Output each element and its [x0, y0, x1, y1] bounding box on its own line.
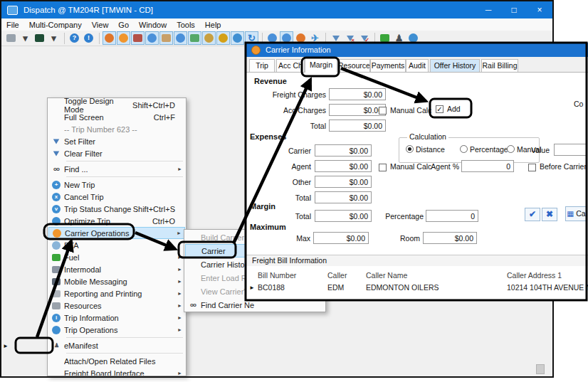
screen-icon[interactable] [33, 31, 46, 45]
menu-item-label: Resources [64, 302, 185, 310]
menu-separator [66, 161, 183, 161]
menu-item-eta[interactable]: ETA [48, 239, 185, 251]
menu-item-attach-open-related-files[interactable]: Attach/Open Related Files [48, 355, 185, 367]
maximize-button[interactable]: □ [501, 1, 527, 18]
dialog-tab-resources[interactable]: Resources [337, 59, 370, 72]
screen-dropdown-caret-icon[interactable]: ▾ [47, 31, 61, 45]
about-icon[interactable]: ! [82, 31, 95, 45]
search-icon[interactable] [174, 31, 187, 45]
billing-icon[interactable] [188, 31, 201, 45]
menu-item-freight-board-interface[interactable]: Freight Board Interface► [48, 367, 185, 376]
radio-distance[interactable] [406, 145, 414, 153]
menu-item-resources[interactable]: Resources► [48, 299, 185, 312]
minimize-button[interactable]: ─ [476, 1, 501, 18]
menu-item-full-screen[interactable]: Full ScreenCtrl+F [48, 111, 185, 123]
value-field[interactable] [554, 144, 587, 156]
expenses-manual-calc-checkbox[interactable] [379, 164, 387, 171]
menu-item-cancel-trip[interactable]: xCancel Trip [48, 191, 185, 203]
driver-icon[interactable] [103, 31, 116, 45]
bottom-grid-scrollbar-thumb[interactable] [536, 364, 545, 374]
max-field[interactable]: $0.00 [313, 232, 369, 244]
margin-heading: Margin [250, 202, 275, 211]
cancel-button[interactable]: ✖ [542, 208, 557, 221]
dialog-tab-payments[interactable]: Payments [370, 59, 406, 72]
margin-total-field[interactable]: $0.00 [315, 210, 372, 222]
dialog-tab-rail-billing[interactable]: Rail Billing [481, 59, 518, 72]
menubar: FileMulti-CompanyViewGoWindowToolsHelp [1, 18, 552, 31]
dialog-tab-audit[interactable]: Audit [406, 59, 429, 72]
window-title: Dispatch @ TM204R [TMWIN - CD] [23, 6, 153, 14]
expenses-field-other[interactable]: $0.00 [315, 176, 372, 188]
add-checkbox[interactable]: ✓ [436, 105, 443, 113]
radio-manual[interactable] [507, 145, 515, 153]
expenses-field-total[interactable]: $0.00 [315, 191, 372, 203]
globe-icon[interactable] [231, 31, 244, 45]
menu-item-optimize-trip[interactable]: Optimize TripCtrl+O [48, 215, 185, 227]
menu-item-carrier-operations[interactable]: Carrier Operations► [48, 227, 185, 239]
context-menu: Toggle Design ModeShift+Ctrl+DFull Scree… [47, 97, 187, 376]
menubar-item-help[interactable]: Help [200, 21, 226, 29]
menubar-item-go[interactable]: Go [113, 21, 134, 29]
menu-item-label: Clear Filter [64, 149, 185, 158]
dock-icon[interactable] [159, 31, 173, 45]
dialog-tab-trip[interactable]: Trip [249, 59, 275, 72]
truck-icon[interactable] [131, 31, 145, 45]
revenue-manual-calc-checkbox[interactable] [379, 107, 387, 115]
menu-item-find[interactable]: ooFind ...► [48, 163, 185, 175]
dialog-tab-margin[interactable]: Margin [305, 58, 337, 73]
agent-pct-field[interactable]: 0 [461, 160, 514, 172]
margin-total-label: Total [274, 212, 311, 221]
menu-item-set-filter[interactable]: Set Filter [48, 135, 185, 147]
close-button[interactable]: × [527, 1, 552, 18]
calculate-button[interactable]: ▦ Ca [565, 206, 587, 221]
print-dropdown-caret-icon[interactable]: ▾ [19, 31, 32, 45]
dialog-tab-acc-ch[interactable]: Acc Ch [276, 59, 305, 72]
menu-item-label: Fuel [64, 253, 185, 262]
menubar-item-multi-company[interactable]: Multi-Company [24, 21, 87, 29]
before-carrier-checkbox[interactable] [528, 164, 536, 171]
menubar-item-view[interactable]: View [87, 21, 114, 29]
submenu-arrow-icon: ► [177, 166, 182, 171]
revenue-field-total[interactable]: $0.00 [329, 120, 386, 132]
globe-info-icon: i [52, 314, 61, 322]
menu-item-label: New Trip [64, 181, 185, 189]
revenue-field-acc-charges[interactable]: $0.00 [329, 104, 386, 116]
person-icon: ♟ [54, 342, 58, 349]
menu-item-shortcut: Ctrl+F [154, 113, 175, 122]
coin-icon[interactable] [216, 31, 230, 45]
room-field[interactable]: $0.00 [423, 232, 477, 244]
menubar-item-tools[interactable]: Tools [172, 21, 200, 29]
menu-item-mobile-messaging[interactable]: Mobile Messaging► [48, 275, 185, 287]
menu-item-fuel[interactable]: Fuel► [48, 251, 185, 263]
before-carrier-label: Before Carrier [540, 162, 587, 171]
revenue-field-freight-charges[interactable]: $0.00 [329, 88, 386, 100]
dialog-titlebar: Carrier Information [246, 43, 588, 57]
apply-button[interactable]: ✔ [525, 208, 540, 221]
percentage-field[interactable]: 0 [426, 210, 478, 222]
radio-percentage[interactable] [460, 145, 468, 153]
expenses-field-agent[interactable]: $0.00 [315, 160, 372, 172]
menu-item-emanifest[interactable]: ♟eManifest [48, 339, 185, 351]
print-icon[interactable] [4, 31, 18, 45]
menu-item-clear-filter[interactable]: Clear Filter [48, 147, 185, 159]
menu-item-intermodal[interactable]: Intermodal► [48, 263, 185, 275]
help-icon[interactable]: ? [68, 31, 81, 45]
comm-icon[interactable] [202, 31, 216, 45]
handshake-icon[interactable] [117, 31, 130, 45]
menu-item-reporting-and-printing[interactable]: Reporting and Printing► [48, 287, 185, 299]
value-label: Value [521, 146, 550, 154]
menu-item-label: Find ... [64, 165, 185, 174]
dialog-tab-offer-history[interactable]: Offer History [430, 59, 480, 72]
menu-item-label: Optimize Trip [64, 217, 152, 226]
menu-item-trip-status-change[interactable]: vTrip Status ChangeShift+Ctrl+S [48, 203, 185, 215]
submenu-arrow-icon: ► [177, 371, 182, 376]
expenses-field-carrier[interactable]: $0.00 [315, 144, 372, 156]
menu-item-trip-operations[interactable]: Trip Operations► [48, 324, 185, 336]
trace-icon[interactable] [145, 31, 159, 45]
menu-item-trip-information[interactable]: iTrip Information► [48, 312, 185, 324]
menu-item-toggle-design-mode[interactable]: Toggle Design ModeShift+Ctrl+D [48, 99, 185, 111]
menubar-item-file[interactable]: File [1, 21, 24, 29]
menubar-item-window[interactable]: Window [134, 21, 172, 29]
menu-separator [66, 353, 183, 354]
menu-item-new-trip[interactable]: +New Trip [48, 179, 185, 191]
